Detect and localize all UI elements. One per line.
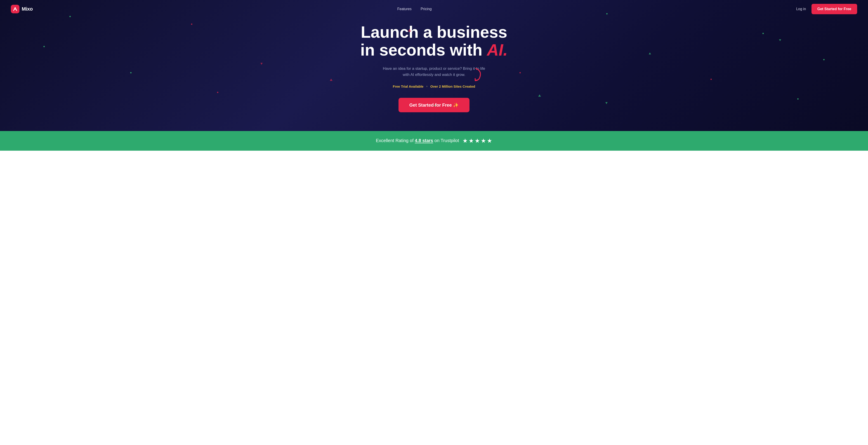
trustpilot-suffix: on Trustpilot (433, 138, 459, 143)
logo-link[interactable]: Mixo (11, 5, 33, 13)
triangle-6 (779, 39, 781, 41)
headline-line2: in seconds with (360, 41, 483, 59)
particle-8 (823, 59, 825, 60)
star-2: ★ (469, 137, 474, 144)
nav-actions: Log in Get Started for Free (796, 4, 857, 14)
nav-links: Features Pricing (397, 7, 432, 11)
hero-section: Launch a business in seconds with AI. Ha… (0, 0, 868, 131)
triangle-4 (330, 79, 333, 81)
particle-12 (520, 72, 521, 73)
badge-sites-created: Over 2 Million Sites Created (430, 84, 475, 88)
particle-10 (797, 98, 799, 100)
particle-3 (43, 46, 45, 47)
particle-2 (191, 24, 192, 25)
star-5: ★ (487, 137, 492, 144)
trustpilot-prefix: Excellent Rating of (376, 138, 415, 143)
triangle-3 (649, 53, 651, 55)
badge-free-trial: Free Trial Available (393, 84, 424, 88)
triangle-7 (605, 102, 608, 104)
headline-ai: AI. (487, 41, 508, 59)
logo-text: Mixo (22, 6, 33, 12)
white-section (0, 151, 868, 187)
particle-7 (763, 33, 764, 34)
hero-subtext: Have an idea for a startup, product or s… (380, 66, 488, 78)
login-link[interactable]: Log in (796, 7, 806, 11)
hero-badges: Free Trial Available • Over 2 Million Si… (393, 84, 475, 89)
star-1: ★ (463, 137, 468, 144)
navbar: Mixo Features Pricing Log in Get Started… (0, 0, 868, 18)
particle-9 (710, 79, 712, 80)
nav-cta-button[interactable]: Get Started for Free (811, 4, 857, 14)
logo-icon (11, 5, 20, 13)
trustpilot-banner: Excellent Rating of 4.8 stars on Trustpi… (0, 131, 868, 151)
particle-6 (434, 105, 435, 106)
hero-headline: Launch a business in seconds with AI. (360, 23, 508, 59)
triangle-5 (260, 63, 263, 65)
triangle-2 (538, 95, 541, 97)
logo-svg (13, 6, 18, 11)
headline-line1: Launch a business (361, 23, 507, 41)
triangle-1 (408, 29, 411, 32)
particle-4 (130, 72, 131, 73)
badge-dot: • (426, 84, 428, 89)
nav-pricing-link[interactable]: Pricing (421, 7, 432, 11)
particle-5 (217, 92, 218, 93)
star-3: ★ (475, 137, 480, 144)
nav-features-link[interactable]: Features (397, 7, 412, 11)
trustpilot-rating: 4.8 stars (415, 138, 433, 143)
star-4: ★ (481, 137, 486, 144)
trustpilot-stars: ★ ★ ★ ★ ★ (463, 137, 492, 144)
